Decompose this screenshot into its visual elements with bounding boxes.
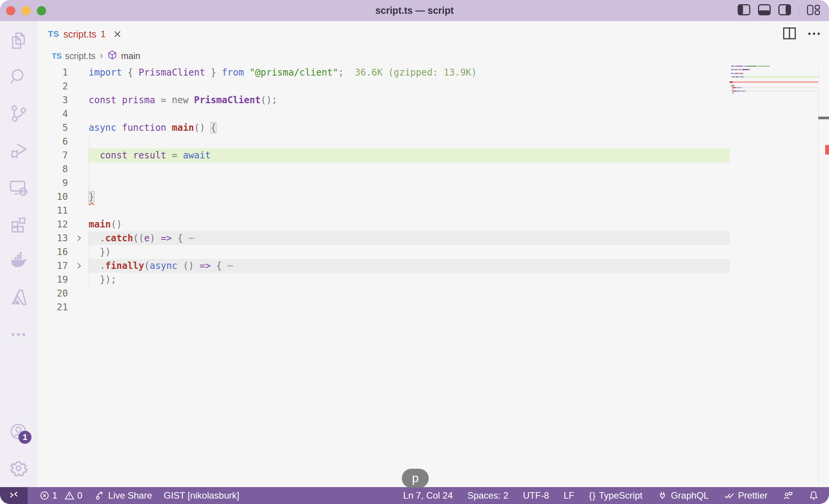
code-line[interactable]: 19 }); — [37, 273, 829, 287]
code-line[interactable]: 9 — [37, 176, 829, 190]
code-line[interactable]: 1import { PrismaClient } from "@prisma/c… — [37, 66, 829, 79]
language-status[interactable]: {} TypeScript — [589, 490, 642, 501]
search-icon[interactable] — [8, 67, 28, 87]
fold-chevron-icon[interactable] — [75, 262, 83, 270]
customize-layout-icon[interactable] — [807, 4, 821, 17]
tab-script-ts[interactable]: TS script.ts 1 — [37, 21, 130, 47]
tab-label: script.ts — [63, 29, 96, 40]
remote-explorer-icon[interactable] — [8, 178, 28, 198]
line-number[interactable]: 8 — [37, 162, 68, 176]
graphql-status[interactable]: GraphQL — [657, 490, 709, 501]
activity-bar: 1 — [0, 21, 37, 487]
titlebar-separator — [799, 5, 799, 16]
feedback-status[interactable] — [782, 490, 794, 501]
explorer-icon[interactable] — [8, 31, 28, 51]
title-bar: script.ts — script — [0, 0, 829, 21]
code-line[interactable]: 5async function main() { — [37, 121, 829, 135]
zoom-window-button[interactable] — [37, 6, 46, 15]
code-editor[interactable]: 1import { PrismaClient } from "@prisma/c… — [37, 65, 829, 487]
breadcrumb-symbol[interactable]: main — [121, 51, 140, 61]
split-editor-icon[interactable] — [783, 27, 796, 41]
overview-ruler — [818, 65, 819, 487]
bell-icon — [808, 490, 819, 501]
problems-status[interactable]: 1 0 — [39, 490, 83, 501]
line-number[interactable]: 17 — [37, 259, 68, 273]
status-bar: 1 0 Live Share GIST [nikolasburk] Ln 7, … — [0, 487, 829, 504]
line-number[interactable]: 2 — [37, 79, 68, 93]
line-number[interactable]: 13 — [37, 231, 68, 245]
line-number[interactable]: 9 — [37, 176, 68, 190]
close-tab-icon[interactable] — [113, 30, 122, 39]
warning-count: 0 — [77, 490, 82, 501]
code-line[interactable]: 21 — [37, 300, 829, 314]
docker-icon[interactable] — [8, 250, 28, 270]
line-number[interactable]: 20 — [37, 287, 68, 300]
symbol-cube-icon — [107, 50, 117, 63]
code-line[interactable]: 10} — [37, 190, 829, 204]
code-line[interactable]: 2 — [37, 79, 829, 93]
code-line[interactable]: 16 }) — [37, 245, 829, 259]
code-lines: 1import { PrismaClient } from "@prisma/c… — [37, 66, 829, 314]
breadcrumb-file[interactable]: script.ts — [65, 51, 96, 61]
window-controls — [6, 0, 46, 21]
error-icon — [39, 490, 50, 501]
code-line[interactable]: 11 — [37, 204, 829, 217]
line-number[interactable]: 4 — [37, 107, 68, 121]
toggle-panel-icon[interactable] — [758, 4, 771, 17]
toggle-secondary-sidebar-icon[interactable] — [778, 4, 791, 17]
encoding-status[interactable]: UTF-8 — [523, 490, 549, 501]
code-line[interactable]: 17 .finally(async () => { ⋯ — [37, 259, 829, 273]
code-line[interactable]: 6 — [37, 135, 829, 148]
settings-gear-icon[interactable] — [8, 458, 28, 478]
extensions-icon[interactable] — [8, 214, 28, 234]
live-share-icon — [94, 490, 105, 501]
line-number[interactable]: 5 — [37, 121, 68, 135]
line-number[interactable]: 1 — [37, 66, 68, 79]
overview-error-marker — [825, 145, 829, 155]
more-views-icon[interactable] — [8, 324, 28, 344]
line-number[interactable]: 3 — [37, 93, 68, 107]
overview-cursor-marker — [818, 117, 829, 119]
chevron-right-icon: › — [100, 50, 103, 60]
line-number[interactable]: 10 — [37, 190, 68, 204]
accounts-badge: 1 — [18, 431, 31, 444]
live-share-status[interactable]: Live Share — [94, 490, 152, 501]
line-number[interactable]: 6 — [37, 135, 68, 148]
more-actions-icon[interactable] — [808, 31, 821, 38]
run-and-debug-icon[interactable] — [8, 140, 28, 160]
line-number[interactable]: 16 — [37, 245, 68, 259]
keystroke-overlay: p — [402, 469, 429, 488]
toggle-primary-sidebar-icon[interactable] — [738, 4, 750, 17]
azure-icon[interactable] — [8, 287, 28, 307]
code-line[interactable]: 20 — [37, 287, 829, 300]
eol-status[interactable]: LF — [563, 490, 574, 501]
code-line[interactable]: 7 const result = await — [37, 148, 829, 162]
line-number[interactable]: 12 — [37, 217, 68, 231]
prettier-status[interactable]: Prettier — [723, 490, 768, 501]
code-line[interactable]: 4 — [37, 107, 829, 121]
code-line[interactable]: 8 — [37, 162, 829, 176]
accounts-icon[interactable]: 1 — [8, 422, 28, 441]
vscode-window: script.ts — script 1 — [0, 0, 829, 504]
fold-chevron-icon[interactable] — [75, 234, 83, 242]
indentation-status[interactable]: Spaces: 2 — [467, 490, 509, 501]
gist-status[interactable]: GIST [nikolasburk] — [163, 490, 239, 501]
notifications-status[interactable] — [808, 490, 819, 501]
code-line[interactable]: 13 .catch((e) => { ⋯ — [37, 231, 829, 245]
source-control-icon[interactable] — [8, 104, 28, 124]
line-number[interactable]: 11 — [37, 204, 68, 217]
typescript-file-icon: TS — [52, 52, 62, 61]
cursor-position-status[interactable]: Ln 7, Col 24 — [403, 490, 452, 501]
curly-braces-icon: {} — [589, 490, 596, 501]
minimize-window-button[interactable] — [21, 6, 31, 15]
remote-indicator[interactable] — [0, 487, 28, 504]
window-title: script.ts — script — [375, 5, 454, 16]
line-number[interactable]: 19 — [37, 273, 68, 287]
code-line[interactable]: 3const prisma = new PrismaClient(); — [37, 93, 829, 107]
line-number[interactable]: 7 — [37, 148, 68, 162]
code-line[interactable]: 12main() — [37, 217, 829, 231]
line-number[interactable]: 21 — [37, 300, 68, 314]
close-window-button[interactable] — [6, 6, 15, 15]
double-check-icon — [723, 490, 735, 501]
minimap[interactable] — [730, 65, 818, 487]
